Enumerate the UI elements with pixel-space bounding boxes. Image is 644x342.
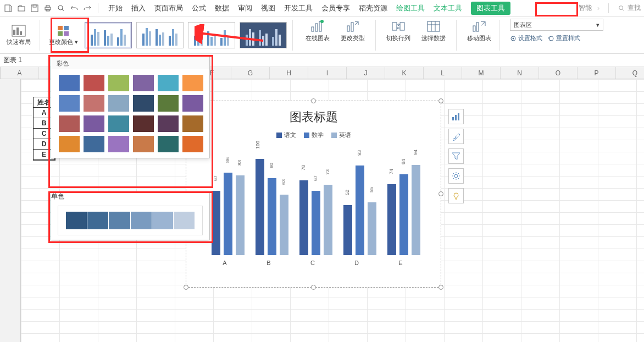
color-swatch[interactable]	[158, 136, 179, 152]
color-swatch[interactable]	[108, 75, 129, 91]
color-swatch[interactable]	[133, 95, 154, 112]
resize-handle[interactable]	[311, 98, 316, 103]
column-header[interactable]: J	[347, 67, 385, 79]
chart-object[interactable]: 图表标题 语文数学英语 678683A1008063B786773C529355…	[186, 101, 441, 288]
column-header[interactable]: P	[578, 67, 616, 79]
color-swatch[interactable]	[59, 75, 80, 91]
bar[interactable]: 80	[268, 178, 276, 255]
chart-elements-button[interactable]	[448, 109, 464, 124]
bar[interactable]: 63	[280, 195, 288, 255]
tab-insert[interactable]: 插入	[131, 3, 146, 13]
bar[interactable]: 67	[312, 191, 320, 255]
mono-swatch[interactable]	[174, 212, 195, 229]
change-color-button[interactable]: 更改颜色 ▾	[46, 19, 81, 52]
tab-layout[interactable]: 页面布局	[154, 3, 183, 13]
preview-icon[interactable]	[56, 3, 66, 13]
color-swatch[interactable]	[84, 115, 104, 132]
mono-color-panel[interactable]: 单色	[51, 192, 210, 240]
color-swatch[interactable]	[59, 115, 80, 132]
mono-swatch[interactable]	[87, 212, 108, 229]
chart-style-3[interactable]	[188, 22, 235, 48]
switch-rowcol-button[interactable]: 切换行列	[384, 19, 413, 42]
column-header[interactable]: L	[424, 67, 462, 79]
column-header[interactable]: O	[539, 67, 578, 79]
name-box[interactable]: 图表 1	[3, 56, 22, 65]
mono-swatch[interactable]	[131, 212, 152, 229]
color-swatch[interactable]	[182, 136, 203, 152]
change-type-button[interactable]: 更改类型	[338, 19, 368, 42]
column-header[interactable]: N	[501, 67, 539, 79]
bar[interactable]: 100	[256, 159, 264, 255]
search-box[interactable]: 查找	[618, 3, 641, 13]
bar[interactable]: 94	[412, 165, 420, 256]
color-swatch[interactable]	[108, 136, 129, 152]
chart-plot-area[interactable]: 678683A1008063B786773C529355D748494E	[206, 148, 428, 266]
chart-area-select[interactable]: 图表区 ▾	[510, 19, 603, 31]
print-icon[interactable]	[43, 3, 53, 13]
column-header[interactable]: A	[1, 67, 39, 79]
tab-chart-tools[interactable]: 图表工具	[471, 2, 510, 15]
move-chart-button[interactable]: 移动图表	[464, 19, 494, 42]
color-swatch[interactable]	[158, 75, 179, 91]
color-swatch[interactable]	[182, 115, 203, 132]
mono-swatch[interactable]	[152, 212, 173, 229]
color-swatch[interactable]	[84, 75, 104, 91]
smart-label[interactable]: 智能	[579, 3, 592, 13]
chart-style-4[interactable]	[240, 22, 287, 48]
color-swatch[interactable]	[133, 75, 154, 91]
color-swatch[interactable]	[59, 95, 80, 112]
tab-view[interactable]: 视图	[261, 3, 275, 13]
color-swatch[interactable]	[182, 75, 203, 91]
chart-ideas-button[interactable]	[448, 188, 464, 203]
bar[interactable]: 93	[356, 166, 364, 255]
save-icon[interactable]	[30, 3, 40, 13]
resize-handle[interactable]	[438, 191, 443, 196]
resize-handle[interactable]	[184, 285, 188, 290]
online-chart-button[interactable]: 在线图表	[303, 19, 332, 42]
chart-style-1[interactable]	[85, 22, 132, 48]
tab-dev[interactable]: 开发工具	[284, 3, 313, 13]
color-swatch[interactable]	[84, 136, 104, 152]
mono-swatch[interactable]	[66, 212, 87, 229]
tab-start[interactable]: 开始	[108, 3, 123, 13]
bar[interactable]: 74	[387, 184, 396, 256]
chart-legend[interactable]: 语文数学英语	[186, 131, 441, 139]
color-swatch[interactable]	[133, 136, 154, 152]
color-swatch[interactable]	[108, 95, 129, 112]
color-swatch[interactable]	[108, 115, 129, 132]
bar[interactable]: 52	[343, 205, 352, 255]
tab-draw[interactable]: 绘图工具	[396, 3, 425, 13]
column-header[interactable]: I	[308, 67, 347, 79]
mono-swatch[interactable]	[109, 212, 130, 229]
bar[interactable]: 55	[368, 202, 376, 255]
reset-style-button[interactable]: 重置样式	[548, 34, 580, 42]
quick-layout-button[interactable]: 快速布局	[3, 19, 34, 52]
legend-item[interactable]: 语文	[276, 131, 296, 139]
new-icon[interactable]	[3, 3, 13, 13]
bar[interactable]: 67	[212, 191, 220, 255]
resize-handle[interactable]	[438, 285, 443, 290]
color-dropdown[interactable]: 彩色	[51, 56, 210, 158]
bar[interactable]: 86	[224, 173, 232, 256]
set-format-button[interactable]: 设置格式	[510, 34, 542, 42]
bar[interactable]: 78	[299, 180, 308, 256]
tab-res[interactable]: 稻壳资源	[359, 3, 387, 13]
color-swatch[interactable]	[158, 115, 179, 132]
chart-style-2[interactable]	[136, 22, 184, 48]
column-header[interactable]: K	[385, 67, 424, 79]
tab-formula[interactable]: 公式	[192, 3, 206, 13]
bar[interactable]: 83	[236, 175, 245, 255]
tab-review[interactable]: 审阅	[238, 3, 252, 13]
select-data-button[interactable]: 选择数据	[419, 19, 448, 42]
column-header[interactable]: Q	[616, 67, 644, 79]
open-icon[interactable]	[16, 3, 26, 13]
bar[interactable]: 73	[324, 185, 332, 255]
resize-handle[interactable]	[438, 98, 443, 103]
tab-text[interactable]: 文本工具	[434, 3, 462, 13]
chart-filter-button[interactable]	[448, 148, 464, 164]
chart-settings-button[interactable]	[448, 168, 464, 184]
tab-member[interactable]: 会员专享	[321, 3, 350, 13]
tab-data[interactable]: 数据	[215, 3, 229, 13]
color-swatch[interactable]	[158, 95, 179, 112]
bar[interactable]: 84	[399, 174, 408, 255]
